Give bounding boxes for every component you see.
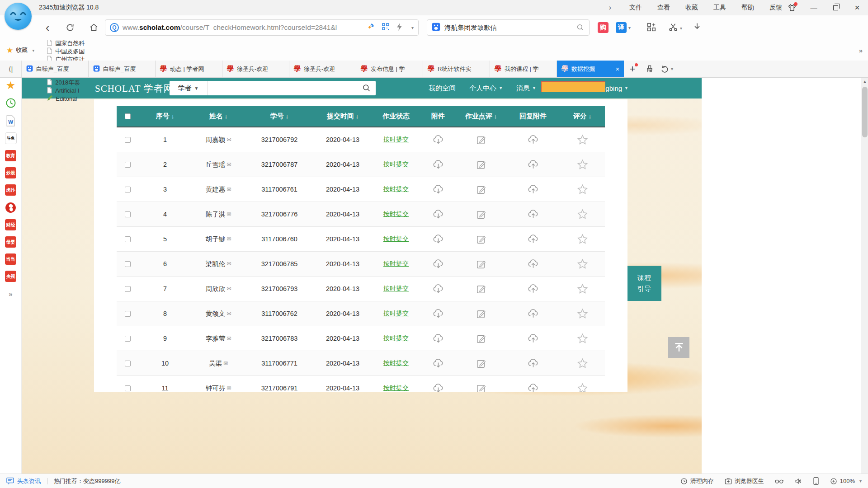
tab[interactable]: 學徐圣兵-欢迎 [222,61,289,77]
search-magnifier-icon[interactable] [576,23,585,32]
sort-arrow-icon[interactable]: ↓ [494,113,497,120]
speaker-icon[interactable] [794,478,802,485]
envelope-icon[interactable]: ✉ [226,335,231,342]
review-edit-icon[interactable] [476,134,487,145]
course-guide-button[interactable]: 课程引导 [627,266,661,301]
hot-recommendation[interactable]: 热门推荐：变态999999亿 [54,477,120,485]
row-checkbox[interactable] [125,336,131,342]
address-bar[interactable]: Q www.scholat.com/course/T_checkHomework… [105,19,419,36]
rail-tile-炒股[interactable]: 炒股 [5,167,16,178]
bookmark-item[interactable]: Artificial I [47,87,85,95]
word-doc-icon[interactable]: W [5,115,17,127]
row-checkbox[interactable] [125,137,131,143]
scroll-to-top-button[interactable] [668,337,689,358]
bookmark-item[interactable]: 国家自然科 [47,39,85,47]
review-edit-icon[interactable] [476,283,487,295]
score-star-icon[interactable] [576,283,589,295]
menu-collapse-icon[interactable]: › [609,4,611,12]
nav-item-我的空间[interactable]: 我的空间 [429,84,456,93]
reply-cloud-upload-icon[interactable] [527,283,539,295]
chevron-more-icon[interactable]: » [5,288,17,300]
score-star-icon[interactable] [576,382,589,393]
column-header-学号[interactable]: 学号↓ [245,112,314,121]
vertical-scrollbar[interactable]: ▲ [861,78,868,474]
attachment-cloud-download-icon[interactable] [432,333,444,345]
row-checkbox[interactable] [125,385,131,391]
site-security-icon[interactable]: Q [110,23,119,32]
mobile-mode-icon[interactable] [813,477,819,485]
screenshot-scissors-icon[interactable] [668,22,678,34]
apps-grid-icon[interactable] [646,22,656,32]
review-edit-icon[interactable] [476,159,487,170]
clear-traces-icon[interactable] [641,61,658,77]
row-checkbox[interactable] [125,211,131,217]
scholat-magnifier-icon[interactable] [362,84,371,93]
home-button[interactable] [86,20,101,35]
status-link[interactable]: 按时提交 [383,210,409,218]
score-star-icon[interactable] [576,183,589,196]
restore-button[interactable] [825,0,846,15]
review-edit-icon[interactable] [476,358,487,369]
review-edit-icon[interactable] [476,209,487,220]
column-header-姓名[interactable]: 姓名↓ [192,112,245,121]
rail-tile-当当[interactable]: 当当 [5,253,16,265]
tab[interactable]: 學徐圣兵-欢迎 [289,61,356,77]
status-link[interactable]: 按时提交 [383,334,409,343]
attachment-cloud-download-icon[interactable] [432,233,444,245]
score-star-icon[interactable] [576,357,589,370]
translate-button[interactable]: 译 [616,22,627,33]
score-star-icon[interactable] [576,159,589,171]
sort-arrow-icon[interactable]: ↓ [589,113,592,120]
menu-item-帮助[interactable]: 帮助 [741,4,754,12]
star-icon[interactable]: ★ [5,80,17,91]
sort-arrow-icon[interactable]: ↓ [286,113,289,120]
envelope-icon[interactable]: ✉ [226,286,231,292]
reply-cloud-upload-icon[interactable] [527,134,539,146]
status-link[interactable]: 按时提交 [383,160,409,169]
menu-item-查看[interactable]: 查看 [657,4,670,12]
attachment-cloud-download-icon[interactable] [432,283,444,295]
reply-cloud-upload-icon[interactable] [527,308,539,320]
reply-cloud-upload-icon[interactable] [527,208,539,221]
search-box[interactable]: 海航集团发致歉信 [427,19,590,36]
phoenix-icon[interactable] [5,202,17,213]
row-checkbox[interactable] [125,236,131,242]
row-checkbox[interactable] [125,361,131,366]
status-link[interactable]: 按时提交 [383,359,409,367]
rail-tile-央视[interactable]: 央视 [5,271,16,282]
tab[interactable]: 學我的课程 | 学 [490,61,557,77]
close-button[interactable]: × [846,0,868,15]
tab-close-icon[interactable]: × [616,66,619,73]
score-star-icon[interactable] [576,333,589,345]
scrollbar-thumb[interactable] [862,87,868,137]
envelope-icon[interactable]: ✉ [226,261,231,267]
review-edit-icon[interactable] [476,333,487,344]
sort-arrow-icon[interactable]: ↓ [356,113,359,120]
tab[interactable]: 白噪声_百度 [22,61,89,77]
rail-tile-教育[interactable]: 教育 [5,150,16,161]
attachment-cloud-download-icon[interactable] [432,159,444,171]
skin-theme-icon[interactable] [781,0,803,15]
column-header-作业点评[interactable]: 作业点评↓ [456,112,506,121]
back-button[interactable]: ‹ [40,20,55,35]
attachment-cloud-download-icon[interactable] [432,382,444,393]
row-checkbox[interactable] [125,286,131,292]
status-link[interactable]: 按时提交 [383,260,409,268]
row-checkbox[interactable] [125,162,131,168]
attachment-cloud-download-icon[interactable] [432,134,444,146]
review-edit-icon[interactable] [476,184,487,195]
tab[interactable]: 學R统计软件实 [423,61,490,77]
scrollbar-up-arrow[interactable]: ▲ [861,78,868,85]
clean-memory-button[interactable]: 清理内存 [680,477,714,485]
bookmark-root[interactable]: ★ 收藏 ▾ [6,46,34,55]
new-tab-button[interactable]: + [624,61,641,77]
attachment-cloud-download-icon[interactable] [432,357,444,370]
attachment-cloud-download-icon[interactable] [432,208,444,221]
reply-cloud-upload-icon[interactable] [527,159,539,171]
envelope-icon[interactable]: ✉ [226,186,231,192]
envelope-icon[interactable]: ✉ [226,161,231,168]
reply-cloud-upload-icon[interactable] [527,258,539,270]
lightning-speed-icon[interactable] [396,23,402,33]
tab[interactable]: 白噪声_百度 [89,61,156,77]
minimize-button[interactable]: — [803,0,825,15]
